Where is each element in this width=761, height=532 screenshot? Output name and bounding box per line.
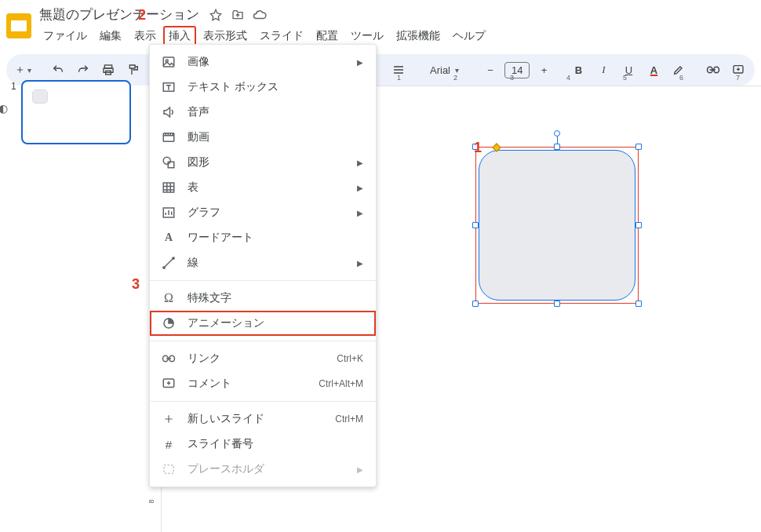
shortcut-text: Ctrl+Alt+M [319, 378, 363, 389]
thumbnail-panel: 1 ◐ [0, 72, 146, 532]
menu-label: テキスト ボックス [188, 80, 279, 94]
svg-rect-12 [163, 183, 174, 192]
menu-label: 音声 [188, 105, 209, 119]
svg-rect-11 [168, 162, 174, 168]
menu-label: 画像 [188, 55, 209, 69]
document-title[interactable]: 無題のプレゼンテーション [38, 5, 201, 24]
svg-point-10 [163, 157, 170, 164]
menu-item-shape[interactable]: 図形 ▶ [150, 150, 376, 175]
submenu-arrow-icon: ▶ [357, 259, 363, 268]
shape-icon [161, 155, 177, 170]
menu-item-wordart[interactable]: A ワードアート [150, 225, 376, 250]
menu-label: 表 [188, 180, 198, 195]
resize-handle-br[interactable] [635, 301, 642, 307]
table-icon [161, 180, 177, 195]
line-icon [161, 255, 177, 271]
selected-shape-bounds[interactable] [475, 147, 639, 304]
svg-point-15 [173, 257, 174, 259]
menu-item-audio[interactable]: 音声 [150, 100, 376, 125]
menu-label: グラフ [188, 206, 220, 220]
menu-label: スライド番号 [188, 437, 253, 451]
image-icon [161, 54, 177, 70]
placeholder-icon [161, 461, 177, 477]
resize-handle-bl[interactable] [472, 301, 479, 307]
shortcut-text: Ctrl+K [337, 353, 363, 364]
slide-number: 1 [11, 81, 16, 92]
move-to-drive-icon[interactable] [231, 8, 245, 22]
menu-file[interactable]: ファイル [38, 26, 93, 46]
menu-item-table[interactable]: 表 ▶ [150, 175, 376, 200]
resize-handle-tr[interactable] [635, 144, 642, 150]
menu-label: プレースホルダ [188, 462, 264, 476]
link-icon [161, 351, 177, 366]
menu-item-video[interactable]: 動画 [150, 125, 376, 150]
svg-rect-6 [163, 57, 174, 67]
resize-handle-t[interactable] [554, 144, 560, 150]
menu-label: 線 [188, 256, 198, 270]
ruler-tick: 5 [623, 74, 627, 82]
hash-icon: # [161, 436, 177, 452]
menu-item-placeholder: プレースホルダ ▶ [150, 457, 376, 482]
insert-menu-dropdown: 画像 ▶ テキスト ボックス 音声 動画 図形 ▶ 表 ▶ グラフ ▶ A ワー… [149, 44, 377, 487]
submenu-arrow-icon: ▶ [357, 209, 363, 217]
menu-item-chart[interactable]: グラフ ▶ [150, 200, 376, 225]
chart-icon [161, 205, 177, 220]
menu-item-new-slide[interactable]: 新しいスライド Ctrl+M [150, 406, 376, 432]
menu-label: ワードアート [188, 231, 253, 245]
ruler-tick: 8 [147, 499, 155, 503]
shape-preview [32, 89, 48, 104]
menu-label: 動画 [188, 130, 209, 144]
submenu-arrow-icon: ▶ [357, 184, 363, 192]
menu-item-comment[interactable]: コメント Ctrl+Alt+M [150, 371, 376, 396]
submenu-arrow-icon: ▶ [357, 159, 363, 167]
animation-indicator-icon: ◐ [0, 102, 8, 115]
svg-rect-20 [164, 465, 173, 474]
video-icon [161, 129, 177, 145]
comment-icon [161, 376, 177, 392]
menu-label: コメント [188, 377, 231, 391]
wordart-icon: A [161, 230, 177, 246]
shortcut-text: Ctrl+M [335, 414, 363, 425]
star-icon[interactable] [209, 8, 223, 22]
menu-label: アニメーション [188, 316, 264, 330]
menu-edit[interactable]: 編集 [94, 26, 127, 46]
app-logo[interactable] [6, 13, 31, 38]
menu-label: 新しいスライド [188, 412, 264, 426]
menu-help[interactable]: ヘルプ [447, 26, 491, 46]
menu-item-link[interactable]: リンク Ctrl+K [150, 346, 376, 371]
omega-icon: Ω [161, 290, 177, 306]
menu-item-animation[interactable]: アニメーション [150, 311, 376, 336]
submenu-arrow-icon: ▶ [357, 465, 363, 474]
menu-label: リンク [188, 352, 220, 366]
resize-handle-b[interactable] [554, 301, 560, 307]
menu-item-image[interactable]: 画像 ▶ [150, 49, 376, 75]
plus-icon [161, 411, 177, 427]
menu-item-special-chars[interactable]: Ω 特殊文字 [150, 286, 376, 311]
resize-handle-l[interactable] [472, 222, 479, 228]
rotate-handle[interactable] [554, 130, 560, 137]
menu-label: 図形 [188, 155, 209, 169]
submenu-arrow-icon: ▶ [357, 58, 363, 67]
animation-icon [161, 315, 177, 331]
menu-extensions[interactable]: 拡張機能 [391, 26, 446, 46]
textbox-icon [161, 79, 177, 95]
annotation-3: 3 [132, 276, 140, 293]
menu-item-textbox[interactable]: テキスト ボックス [150, 75, 376, 100]
ruler-tick: 7 [736, 74, 740, 82]
svg-point-14 [163, 267, 165, 268]
resize-handle-r[interactable] [635, 222, 642, 228]
menu-label: 特殊文字 [188, 291, 231, 305]
menu-item-line[interactable]: 線 ▶ [150, 250, 376, 275]
ruler-tick: 1 [397, 74, 401, 82]
menu-item-slide-number[interactable]: # スライド番号 [150, 432, 376, 457]
cloud-status-icon[interactable] [253, 8, 267, 22]
ruler-tick: 2 [453, 74, 457, 82]
annotation-1: 1 [474, 140, 482, 156]
ruler-tick: 4 [566, 74, 570, 82]
slide-thumbnail[interactable] [21, 80, 131, 144]
annotation-2: 2 [138, 7, 146, 24]
ruler-tick: 3 [510, 74, 514, 82]
audio-icon [161, 104, 177, 120]
ruler-tick: 6 [679, 74, 683, 82]
rounded-rectangle-shape[interactable] [479, 150, 635, 301]
